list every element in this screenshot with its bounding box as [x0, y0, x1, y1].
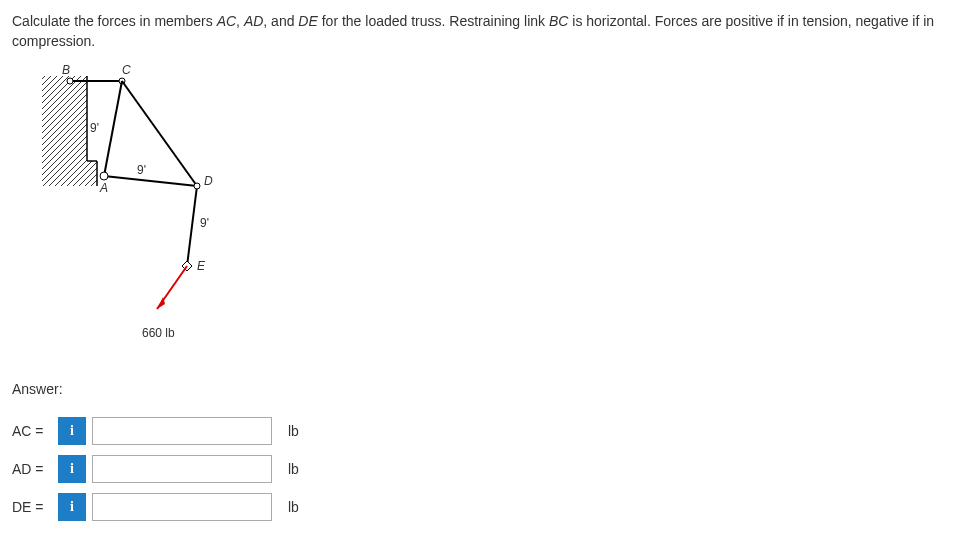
unit-de: lb	[288, 499, 299, 515]
svg-line-9	[187, 186, 197, 266]
member-de: DE	[298, 13, 317, 29]
svg-point-10	[100, 172, 108, 180]
dim-3: 9'	[200, 216, 209, 230]
member-ad: AD	[244, 13, 263, 29]
answer-label-ad: AD =	[12, 461, 52, 477]
answer-label-ac: AC =	[12, 423, 52, 439]
info-icon[interactable]: i	[58, 455, 86, 483]
answer-input-de[interactable]	[92, 493, 272, 521]
answer-row-ad: AD = i lb	[12, 455, 944, 483]
dim-2: 9'	[137, 163, 146, 177]
svg-line-7	[104, 176, 197, 186]
svg-line-8	[122, 81, 197, 186]
label-b: B	[62, 63, 70, 77]
label-d: D	[204, 174, 213, 188]
problem-statement: Calculate the forces in members AC, AD, …	[12, 12, 944, 51]
answer-row-ac: AC = i lb	[12, 417, 944, 445]
answer-label-de: DE =	[12, 499, 52, 515]
unit-ac: lb	[288, 423, 299, 439]
unit-ad: lb	[288, 461, 299, 477]
label-c: C	[122, 63, 131, 77]
label-a: A	[100, 181, 108, 195]
problem-text: ,	[236, 13, 244, 29]
member-ac: AC	[217, 13, 236, 29]
info-icon[interactable]: i	[58, 417, 86, 445]
truss-diagram: B C A D E 9' 9' 9' 660 lb	[32, 71, 252, 351]
problem-text: Calculate the forces in members	[12, 13, 217, 29]
svg-point-4	[67, 78, 73, 84]
problem-text: for the loaded truss. Restraining link	[318, 13, 549, 29]
answer-header: Answer:	[12, 381, 944, 397]
member-bc: BC	[549, 13, 568, 29]
answer-section: Answer: AC = i lb AD = i lb DE = i lb	[12, 381, 944, 521]
info-icon[interactable]: i	[58, 493, 86, 521]
problem-text: , and	[263, 13, 298, 29]
load-label: 660 lb	[142, 326, 175, 340]
svg-line-6	[104, 81, 122, 176]
answer-input-ac[interactable]	[92, 417, 272, 445]
dim-1: 9'	[90, 121, 99, 135]
label-e: E	[197, 259, 205, 273]
answer-row-de: DE = i lb	[12, 493, 944, 521]
answer-input-ad[interactable]	[92, 455, 272, 483]
svg-point-11	[194, 183, 200, 189]
